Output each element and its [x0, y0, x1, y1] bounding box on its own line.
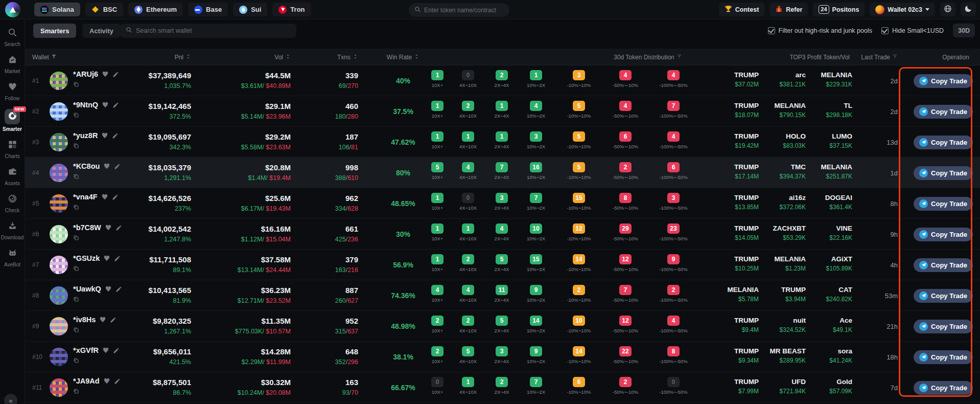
sidebar-item-search[interactable]: Search: [0, 28, 25, 47]
time-range-button[interactable]: 30D: [953, 24, 975, 37]
wallet-name[interactable]: *UawkQ: [73, 285, 101, 293]
token-name[interactable]: TRUMP: [760, 286, 806, 294]
token-name[interactable]: Ace: [806, 317, 852, 324]
tab-smarters[interactable]: Smarters: [33, 24, 76, 38]
token-name[interactable]: TRUMP: [713, 132, 759, 140]
sidebar-item-follow[interactable]: Follow: [0, 82, 25, 101]
wallet-name[interactable]: *vna4F: [73, 193, 98, 201]
wallet-avatar[interactable]: [50, 378, 68, 397]
favorite-icon[interactable]: [101, 193, 108, 200]
wallet-avatar[interactable]: [50, 256, 68, 274]
edit-icon[interactable]: [112, 132, 119, 139]
sidebar-item-charts[interactable]: Charts: [0, 140, 25, 159]
copy-address-icon[interactable]: [73, 173, 79, 179]
copy-address-icon[interactable]: [73, 143, 79, 149]
table-row[interactable]: #6 *b7C8W $14,002,542 1,247.8% $16.16M $…: [25, 219, 980, 250]
header-last-trade[interactable]: Last Trade: [847, 49, 898, 65]
token-name[interactable]: VINE: [806, 225, 852, 232]
table-row[interactable]: #1 *ARUj6 $37,389,649 1,035.7% $44.5M $3…: [25, 65, 980, 96]
token-name[interactable]: nuit: [760, 317, 806, 324]
wallet-avatar[interactable]: [50, 225, 68, 243]
token-name[interactable]: TRUMP: [713, 255, 759, 263]
table-row[interactable]: #8 *UawkQ $10,413,565 81.9% $36.23M $12.…: [25, 280, 980, 311]
token-name[interactable]: TRUMP: [713, 163, 759, 171]
token-search[interactable]: [409, 3, 509, 17]
token-name[interactable]: TRUMP: [713, 102, 759, 109]
copy-address-icon[interactable]: [73, 296, 79, 302]
favorite-icon[interactable]: [102, 101, 109, 108]
token-name[interactable]: UFD: [760, 378, 806, 386]
copy-address-icon[interactable]: [73, 112, 79, 118]
header-txns[interactable]: Txns: [304, 49, 358, 65]
filter-pools-checkbox[interactable]: Filter out high-risk and junk pools: [768, 27, 872, 34]
copy-address-icon[interactable]: [73, 388, 79, 394]
token-name[interactable]: ai16z: [760, 194, 806, 201]
token-name[interactable]: MELANIA: [806, 163, 852, 171]
chain-tab-base[interactable]: Base: [188, 3, 228, 16]
copy-address-icon[interactable]: [73, 235, 79, 241]
table-row[interactable]: #4 *KC8ou $18,035,379 1,291.1% $20.8M $1…: [25, 158, 980, 188]
refer-button[interactable]: Refer: [769, 3, 808, 16]
language-button[interactable]: [940, 3, 955, 16]
token-name[interactable]: DOGEAI: [806, 194, 852, 201]
header-distribution[interactable]: 30d Token Distribution: [597, 49, 699, 65]
edit-icon[interactable]: [112, 194, 119, 200]
hide-small-checkbox[interactable]: Hide Small<1USD: [881, 27, 944, 34]
copy-address-icon[interactable]: [73, 327, 79, 333]
wallet-name[interactable]: *9NtnQ: [73, 101, 98, 109]
wallet-avatar[interactable]: [50, 72, 68, 90]
collapse-sidebar-button[interactable]: «: [4, 394, 17, 404]
token-name[interactable]: AGiXT: [806, 255, 852, 263]
chain-tab-solana[interactable]: Solana: [34, 3, 80, 16]
copy-trade-button[interactable]: Copy Trade: [914, 258, 973, 272]
token-name[interactable]: ZACHXBT: [760, 225, 806, 232]
token-name[interactable]: TRUMP: [713, 71, 759, 79]
favorite-icon[interactable]: [102, 347, 109, 354]
table-row[interactable]: #3 *yuz8R $19,095,697 342.3% $29.2M $5.5…: [25, 127, 980, 158]
token-name[interactable]: LUMO: [806, 132, 852, 140]
header-vol[interactable]: Vol: [214, 49, 291, 65]
sidebar-item-smarter[interactable]: NEW Smarter: [0, 109, 25, 132]
token-name[interactable]: TRUMP: [713, 378, 759, 386]
copy-trade-button[interactable]: Copy Trade: [914, 105, 973, 119]
sidebar-item-avebot[interactable]: AveBot: [0, 248, 25, 267]
wallet-name[interactable]: *yuz8R: [73, 131, 98, 140]
app-logo[interactable]: [5, 2, 20, 17]
theme-toggle-button[interactable]: [961, 3, 976, 16]
table-row[interactable]: #5 *vna4F $14,626,526 237% $25.6M $6.17M…: [25, 188, 980, 219]
table-row[interactable]: #9 *iv8Hs $9,820,325 1,267.1% $11.35M $7…: [25, 311, 980, 342]
table-row[interactable]: #7 *GSUzk $11,711,508 89.1% $37.58M $13.…: [25, 250, 980, 280]
favorite-icon[interactable]: [103, 163, 110, 170]
wallet-name[interactable]: *iv8Hs: [73, 316, 96, 324]
copy-trade-button[interactable]: Copy Trade: [914, 381, 973, 395]
tab-activity[interactable]: Activity: [82, 24, 121, 38]
copy-address-icon[interactable]: [73, 265, 79, 272]
wallet-avatar[interactable]: [50, 102, 68, 121]
token-name[interactable]: TRUMP: [713, 194, 759, 201]
copy-trade-button[interactable]: Copy Trade: [914, 166, 973, 180]
favorite-icon[interactable]: [105, 224, 112, 231]
copy-trade-button[interactable]: Copy Trade: [914, 197, 973, 211]
token-name[interactable]: MELANIA: [713, 286, 759, 294]
token-name[interactable]: TMC: [760, 163, 806, 171]
token-name[interactable]: HOLO: [760, 132, 806, 140]
favorite-icon[interactable]: [103, 377, 110, 385]
token-name[interactable]: arc: [760, 71, 806, 79]
wallet-avatar[interactable]: [50, 286, 68, 305]
sidebar-item-assets[interactable]: Assets: [0, 167, 25, 186]
token-name[interactable]: MELANIA: [806, 71, 852, 79]
wallet-name[interactable]: *b7C8W: [73, 223, 101, 232]
token-name[interactable]: TRUMP: [713, 225, 759, 232]
copy-trade-button[interactable]: Copy Trade: [914, 74, 973, 88]
sidebar-item-market[interactable]: Market: [0, 55, 25, 74]
wallet-avatar[interactable]: [50, 164, 68, 182]
table-row[interactable]: #10 *xGVfR $9,656,011 421.5% $14.28M $2.…: [25, 342, 980, 372]
wallet-name[interactable]: *KC8ou: [73, 162, 100, 170]
token-name[interactable]: TRUMP: [713, 347, 759, 355]
token-name[interactable]: Gold: [806, 378, 852, 386]
copy-trade-button[interactable]: Copy Trade: [914, 289, 973, 303]
wallet-name[interactable]: *GSUzk: [73, 254, 100, 262]
copy-trade-button[interactable]: Copy Trade: [914, 136, 973, 149]
header-pnl[interactable]: Pnl: [120, 49, 191, 65]
copy-address-icon[interactable]: [73, 204, 79, 210]
